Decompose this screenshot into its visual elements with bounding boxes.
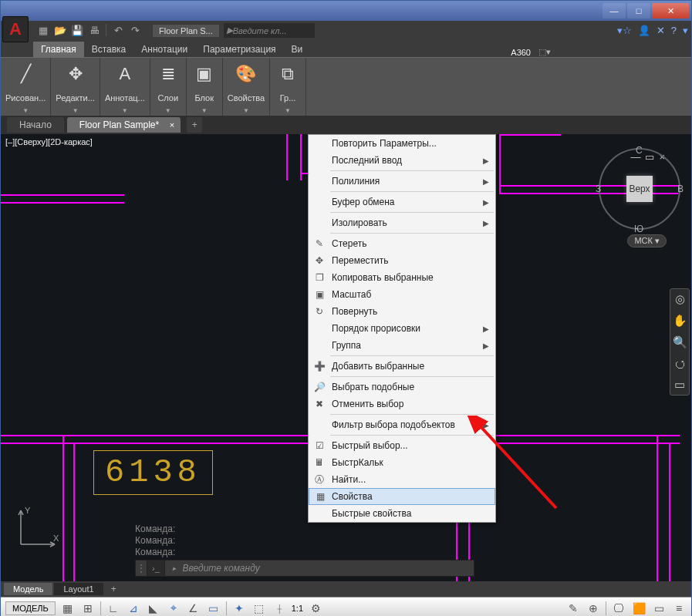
ctx-copy[interactable]: ❐Копировать выбранные [309, 269, 495, 286]
ctx-qproperties[interactable]: Быстрые свойства [309, 505, 495, 522]
grid-icon[interactable]: ▦ [60, 602, 76, 614]
ctx-last-input[interactable]: Последний ввод▶ [309, 152, 495, 169]
panel-groups[interactable]: ⧉Гр...▼ [270, 58, 306, 116]
layout-tab-model[interactable]: Модель [4, 583, 52, 595]
clean-icon[interactable]: ▭ [651, 602, 667, 614]
ctx-clipboard[interactable]: Буфер обмена▶ [309, 194, 495, 210]
scale-label[interactable]: 1:1 [292, 604, 303, 613]
showmotion-icon[interactable]: ▭ [674, 378, 685, 392]
layout-tab-layout1[interactable]: Layout1 [54, 583, 103, 595]
ortho-icon[interactable]: ∟ [106, 602, 121, 614]
panel-layers[interactable]: ≣Слои▼ [150, 58, 187, 116]
3d-icon[interactable]: ⟊ [272, 602, 287, 614]
orbit-icon[interactable]: ⭯ [674, 357, 686, 370]
sel-icon[interactable]: ⬚ [251, 602, 267, 614]
monitor-icon[interactable]: 🖵 [611, 602, 626, 614]
ctx-draworder[interactable]: Порядок прорисовки▶ [309, 320, 495, 337]
panel-edit[interactable]: ✥Редакти...▼ [51, 58, 100, 116]
osnap-icon[interactable]: ⌖ [166, 601, 181, 614]
viewcube-south[interactable]: Ю [634, 224, 643, 234]
command-line[interactable]: ⋮ ›_ ▸ Введите команду [135, 560, 474, 577]
ctx-repeat[interactable]: Повторить Параметры... [309, 135, 495, 152]
navwheel-icon[interactable]: ◎ [675, 292, 685, 306]
ctx-qselect[interactable]: ☑Быстрый выбор... [309, 437, 495, 454]
ribbon-collapse-icon[interactable]: ⬚▾ [538, 47, 551, 57]
customize-icon[interactable]: ≡ [671, 602, 687, 614]
group-icon: ⧉ [275, 61, 301, 87]
maximize-button[interactable]: □ [627, 3, 650, 19]
ctx-scale[interactable]: ▣Масштаб [309, 286, 495, 303]
ctx-rotate[interactable]: ↻Повернуть [309, 303, 495, 320]
panel-annotate[interactable]: AАннотац...▼ [100, 58, 150, 116]
help-icon[interactable]: ? [671, 25, 677, 36]
tab-a360[interactable]: A360 [511, 48, 531, 57]
workspace-icon[interactable]: ⊕ [586, 602, 601, 614]
viewcube-north[interactable]: С [636, 145, 643, 156]
lwt-icon[interactable]: ▭ [206, 602, 221, 614]
tab-main[interactable]: Главная [33, 42, 84, 57]
ctx-properties[interactable]: ▦Свойства [309, 488, 495, 505]
ctx-quickcalc[interactable]: 🖩БыстрКальк [309, 454, 495, 471]
minimize-button[interactable]: — [603, 3, 626, 19]
exchange-icon[interactable]: ✕ [657, 25, 665, 36]
ctx-isolate[interactable]: Изолировать▶ [309, 214, 495, 231]
ctx-addselected[interactable]: ➕Добавить выбранные [309, 358, 495, 375]
signin-icon[interactable]: 👤 [638, 25, 650, 36]
save-icon[interactable]: 💾 [70, 24, 84, 38]
tab-view[interactable]: Ви [284, 42, 311, 57]
ctx-selectsimilar[interactable]: 🔎Выбрать подобные [309, 379, 495, 396]
polar-icon[interactable]: ⊿ [126, 602, 141, 614]
tab-insert[interactable]: Вставка [84, 42, 134, 57]
ann-scale-icon[interactable]: ✎ [565, 602, 581, 614]
pan-icon[interactable]: ✋ [673, 314, 687, 328]
document-tab-start[interactable]: Начало [7, 117, 64, 133]
ctx-move[interactable]: ✥Переместить [309, 252, 495, 269]
dropdown-icon[interactable]: ▾ [683, 25, 688, 36]
gear-icon[interactable]: ⚙ [308, 602, 323, 614]
command-prompt-icon[interactable]: ›_ [147, 560, 165, 576]
panel-properties[interactable]: 🎨Свойства▼ [223, 58, 270, 116]
tab-parametric[interactable]: Параметризация [195, 42, 283, 57]
grip-icon[interactable]: ⋮ [136, 563, 147, 574]
document-tab-active[interactable]: Floor Plan Sample*× [67, 117, 181, 133]
block-icon: ▣ [191, 61, 218, 87]
ctx-group[interactable]: Группа▶ [309, 337, 495, 354]
ctx-deselect[interactable]: ✖Отменить выбор [309, 396, 495, 412]
ucs-dropdown[interactable]: МСК ▾ [627, 234, 667, 247]
open-icon[interactable]: 📂 [53, 24, 67, 38]
snap-icon[interactable]: ⊞ [80, 602, 96, 614]
saveas-icon[interactable]: 🖶 [87, 24, 101, 38]
view-controls-label[interactable]: [–][Сверху][2D-каркас] [5, 137, 93, 146]
ctx-subfilter[interactable]: Фильтр выбора подобъектов▶ [309, 416, 495, 433]
otrack-icon[interactable]: ∠ [186, 602, 201, 614]
text-icon: A [112, 61, 138, 87]
hardware-icon[interactable]: 🟧 [631, 602, 646, 614]
status-model-button[interactable]: МОДЕЛЬ [5, 601, 56, 615]
close-tab-icon[interactable]: × [170, 120, 174, 130]
search-input[interactable]: ▶ Введите кл... [224, 23, 315, 38]
app-logo[interactable]: A [2, 16, 29, 42]
panel-draw[interactable]: ╱Рисован...▼ [1, 58, 51, 116]
close-button[interactable]: ✕ [652, 3, 689, 19]
ctx-erase[interactable]: ✎Стереть [309, 235, 495, 252]
dyn-icon[interactable]: ✦ [231, 602, 247, 614]
viewcube-east[interactable]: В [677, 183, 684, 194]
redo-icon[interactable]: ↷ [128, 24, 142, 38]
panel-block[interactable]: ▣Блок▼ [187, 58, 223, 116]
tab-annotations[interactable]: Аннотации [133, 42, 195, 57]
ucs-icon[interactable]: YX [15, 504, 61, 550]
star-icon[interactable]: ▾☆ [617, 25, 632, 36]
layout-tab-add[interactable]: + [105, 582, 123, 596]
ctx-find[interactable]: ⒶНайти... [309, 471, 495, 488]
iso-icon[interactable]: ◣ [146, 602, 161, 614]
new-icon[interactable]: ▦ [36, 24, 50, 38]
zoom-icon[interactable]: 🔍 [673, 335, 687, 349]
viewcube-top-face[interactable]: Верх [626, 176, 653, 202]
undo-icon[interactable]: ↶ [111, 24, 125, 38]
ctx-polyline[interactable]: Полилиния▶ [309, 173, 495, 190]
viewcube[interactable]: —▭× Верх С Ю В З [599, 148, 680, 230]
viewcube-west[interactable]: З [596, 183, 601, 194]
drawing-canvas[interactable]: [–][Сверху][2D-каркас] 6138 YX Команда: [1, 134, 691, 581]
qselect-icon: ☑ [313, 440, 326, 451]
new-tab-button[interactable]: + [187, 117, 202, 133]
